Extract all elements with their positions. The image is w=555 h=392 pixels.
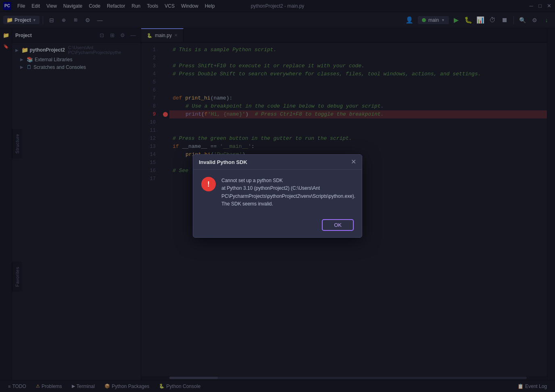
dialog-message: Cannot set up a python SDK at Python 3.1… (221, 177, 355, 208)
error-icon (201, 177, 216, 191)
dialog-close-button[interactable]: ✕ (351, 159, 356, 165)
dialog-body: Cannot set up a python SDK at Python 3.1… (193, 170, 362, 215)
dialog-overlay: Invalid Python SDK ✕ Cannot set up a pyt… (0, 0, 555, 392)
dialog-title: Invalid Python SDK (199, 159, 351, 165)
invalid-sdk-dialog: Invalid Python SDK ✕ Cannot set up a pyt… (193, 154, 362, 238)
ok-button[interactable]: OK (322, 219, 354, 231)
dialog-footer: OK (193, 215, 362, 237)
dialog-message-text: Cannot set up a python SDK at Python 3.1… (221, 177, 355, 208)
dialog-titlebar: Invalid Python SDK ✕ (193, 155, 362, 170)
